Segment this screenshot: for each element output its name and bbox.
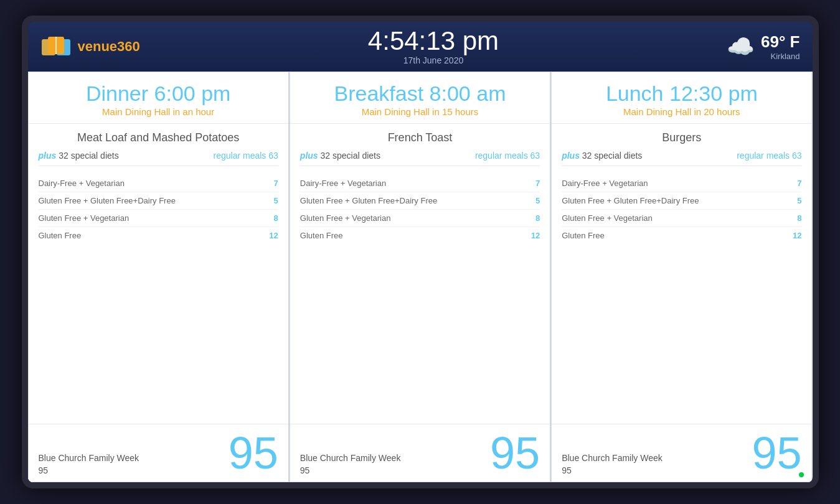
meal-card-lunch: Lunch 12:30 pm Main Dining Hall in 20 ho… [551, 72, 812, 482]
diet-name: Gluten Free + Vegetarian [300, 213, 391, 223]
diet-item: Gluten Free + Gluten Free+Dairy Free 5 [562, 192, 801, 210]
meal-dish-name-lunch: Burgers [562, 131, 801, 144]
plus-label: plus 32 special diets [562, 151, 642, 161]
footer-info-lunch: Blue Church Family Week 95 [562, 453, 663, 475]
event-count-small: 95 [39, 465, 139, 475]
meal-card-dinner: Dinner 6:00 pm Main Dining Hall in an ho… [28, 72, 290, 482]
diet-item: Gluten Free + Gluten Free+Dairy Free 5 [39, 192, 278, 210]
diet-name: Gluten Free + Gluten Free+Dairy Free [562, 196, 699, 205]
meal-card-breakfast: Breakfast 8:00 am Main Dining Hall in 15… [290, 72, 551, 482]
diet-name: Dairy-Free + Vegetarian [562, 179, 648, 188]
regular-meals-label: regular meals 63 [737, 151, 801, 161]
meal-subtitle-breakfast: Main Dining Hall in 15 hours [300, 106, 540, 117]
weather-location: Kirkland [761, 52, 800, 61]
diet-name: Gluten Free + Vegetarian [39, 213, 130, 223]
diet-count: 8 [274, 213, 278, 223]
weather-temperature: 69° F [761, 32, 800, 52]
meal-title-breakfast: Breakfast 8:00 am [300, 82, 540, 105]
event-name: Blue Church Family Week [562, 453, 663, 463]
event-count-large: 95 [752, 431, 801, 475]
meal-header-lunch: Lunch 12:30 pm Main Dining Hall in 20 ho… [552, 72, 811, 124]
weather-info: 69° F Kirkland [761, 32, 800, 61]
diet-name: Gluten Free + Vegetarian [562, 213, 653, 223]
logo-area: venue360 [40, 34, 140, 59]
diet-summary-lunch: plus 32 special diets regular meals 63 [562, 151, 801, 166]
diet-count: 7 [797, 179, 801, 188]
meal-body-dinner: Meat Loaf and Mashed Potatoes plus 32 sp… [29, 124, 288, 424]
meal-footer-dinner: Blue Church Family Week 95 95 [29, 424, 288, 482]
diet-count: 8 [536, 213, 540, 223]
diet-count: 5 [536, 196, 540, 205]
diet-name: Gluten Free + Gluten Free+Dairy Free [300, 196, 437, 205]
diet-name: Dairy-Free + Vegetarian [39, 179, 125, 188]
meal-subtitle-lunch: Main Dining Hall in 20 hours [562, 106, 801, 117]
weather-area: ☁️ 69° F Kirkland [727, 32, 800, 61]
event-count-large: 95 [490, 431, 540, 475]
diet-count: 12 [793, 231, 801, 240]
diet-name: Gluten Free [562, 231, 605, 240]
meal-subtitle-dinner: Main Dining Hall in an hour [39, 106, 278, 117]
diet-count: 7 [536, 179, 540, 188]
clock-area: 4:54:13 pm 17th June 2020 [368, 28, 499, 65]
diet-list-breakfast: Dairy-Free + Vegetarian 7 Gluten Free + … [300, 175, 540, 416]
diet-item: Gluten Free + Gluten Free+Dairy Free 5 [300, 192, 540, 210]
meal-footer-lunch: Blue Church Family Week 95 95 [552, 424, 811, 482]
event-count-large: 95 [229, 431, 278, 475]
clock-time: 4:54:13 pm [368, 28, 499, 54]
diet-count: 8 [797, 213, 801, 223]
event-name: Blue Church Family Week [300, 453, 401, 463]
meal-title-lunch: Lunch 12:30 pm [562, 82, 801, 105]
diet-item: Dairy-Free + Vegetarian 7 [39, 175, 278, 192]
diet-count: 5 [797, 196, 801, 205]
diet-count: 12 [269, 231, 278, 240]
diet-list-lunch: Dairy-Free + Vegetarian 7 Gluten Free + … [562, 175, 801, 416]
diet-name: Gluten Free [300, 231, 343, 240]
diet-name: Dairy-Free + Vegetarian [300, 179, 386, 188]
meal-dish-name-breakfast: French Toast [300, 131, 540, 144]
regular-meals-label: regular meals 63 [475, 151, 540, 161]
regular-meals-label: regular meals 63 [214, 151, 278, 161]
header: venue360 4:54:13 pm 17th June 2020 ☁️ 69… [28, 22, 813, 72]
diet-item: Gluten Free + Vegetarian 8 [39, 210, 278, 227]
meal-dish-name-dinner: Meat Loaf and Mashed Potatoes [39, 131, 278, 144]
footer-info-dinner: Blue Church Family Week 95 [39, 453, 139, 475]
meal-cards-container: Dinner 6:00 pm Main Dining Hall in an ho… [28, 72, 813, 482]
venue360-logo-icon [40, 34, 72, 59]
plus-label: plus 32 special diets [39, 151, 119, 161]
event-count-small: 95 [300, 465, 401, 475]
diet-list-dinner: Dairy-Free + Vegetarian 7 Gluten Free + … [39, 175, 278, 416]
monitor: venue360 4:54:13 pm 17th June 2020 ☁️ 69… [22, 16, 819, 488]
logo-text: venue360 [78, 39, 140, 55]
diet-name: Gluten Free + Gluten Free+Dairy Free [39, 196, 176, 205]
meal-header-dinner: Dinner 6:00 pm Main Dining Hall in an ho… [29, 72, 288, 124]
logo-number: 360 [117, 39, 140, 54]
meal-title-dinner: Dinner 6:00 pm [39, 82, 278, 105]
meal-body-breakfast: French Toast plus 32 special diets regul… [290, 124, 550, 424]
diet-item: Gluten Free + Vegetarian 8 [300, 210, 540, 227]
diet-count: 7 [274, 179, 278, 188]
diet-summary-dinner: plus 32 special diets regular meals 63 [39, 151, 278, 166]
diet-item: Gluten Free 12 [39, 227, 278, 244]
meal-footer-breakfast: Blue Church Family Week 95 95 [290, 424, 550, 482]
footer-info-breakfast: Blue Church Family Week 95 [300, 453, 401, 475]
cloud-icon: ☁️ [727, 34, 755, 60]
event-name: Blue Church Family Week [39, 453, 139, 463]
meal-body-lunch: Burgers plus 32 special diets regular me… [552, 124, 811, 424]
plus-label: plus 32 special diets [300, 151, 380, 161]
meal-header-breakfast: Breakfast 8:00 am Main Dining Hall in 15… [290, 72, 550, 124]
clock-date: 17th June 2020 [368, 55, 499, 65]
event-count-small: 95 [562, 465, 663, 475]
diet-item: Gluten Free 12 [562, 227, 801, 244]
diet-count: 12 [531, 231, 540, 240]
diet-name: Gluten Free [39, 231, 82, 240]
diet-item: Dairy-Free + Vegetarian 7 [562, 175, 801, 192]
diet-item: Dairy-Free + Vegetarian 7 [300, 175, 540, 192]
diet-item: Gluten Free 12 [300, 227, 540, 244]
diet-count: 5 [274, 196, 278, 205]
logo-brand: venue [78, 39, 118, 54]
diet-item: Gluten Free + Vegetarian 8 [562, 210, 801, 227]
diet-summary-breakfast: plus 32 special diets regular meals 63 [300, 151, 540, 166]
